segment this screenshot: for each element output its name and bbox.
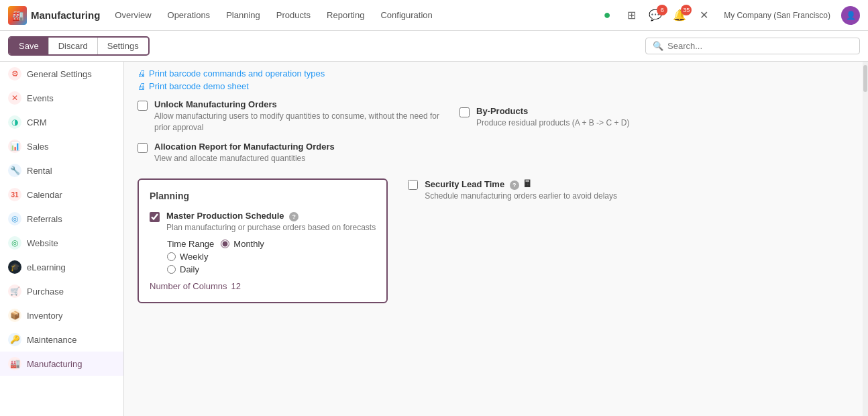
sidebar-label-crm: CRM (27, 117, 47, 127)
company-name: My Company (San Francisco) (724, 11, 830, 20)
time-range-label: Time Range (167, 239, 214, 249)
sidebar-item-referrals[interactable]: ◎ Referrals (0, 207, 123, 231)
sidebar-label-manufacturing: Manufacturing (27, 359, 82, 369)
security-option-block: Security Lead Time ? 🖩 Schedule manufact… (408, 178, 617, 201)
save-button[interactable]: Save (9, 38, 48, 54)
mps-checkbox-wrapper[interactable] (150, 212, 160, 224)
events-icon: ✕ (8, 91, 21, 105)
sidebar-label-referrals: Referrals (27, 214, 62, 224)
notification-icon[interactable]: 🔔 35 (670, 6, 689, 25)
apps-grid-icon[interactable]: ⊞ (622, 6, 641, 25)
chat-icon[interactable]: 💬 6 (646, 6, 665, 25)
discard-button[interactable]: Discard (48, 38, 98, 54)
referrals-icon: ◎ (8, 212, 21, 225)
sidebar-item-purchase[interactable]: 🛒 Purchase (0, 279, 123, 303)
allocation-option: Allocation Report for Manufacturing Orde… (138, 142, 849, 164)
notification-badge: 35 (681, 5, 692, 15)
unlock-title: Unlock Manufacturing Orders (154, 99, 446, 109)
toolbar-action-group: Save Discard Settings (8, 36, 150, 56)
mps-option: Master Production Schedule ? Plan manufa… (150, 211, 376, 232)
logo-icon: 🏭 (8, 6, 27, 25)
elearning-icon: 🎓 (8, 260, 21, 274)
num-columns-label: Number of Columns (150, 281, 227, 291)
planning-section: Planning Master Production Schedule ? (138, 178, 388, 303)
avatar[interactable]: 👤 (841, 6, 860, 25)
nav-products[interactable]: Products (270, 7, 317, 23)
radio-daily[interactable]: Daily (167, 264, 376, 274)
sidebar-item-rental[interactable]: 🔧 Rental (0, 158, 123, 183)
app-logo: 🏭 Manufacturing (8, 6, 100, 25)
byproducts-option-text: By-Products Produce residual products (A… (476, 106, 629, 129)
nav-overview[interactable]: Overview (108, 7, 158, 23)
sidebar-label-maintenance: Maintenance (27, 335, 76, 345)
sidebar-item-sales[interactable]: 📊 Sales (0, 134, 123, 158)
mps-help-icon[interactable]: ? (289, 212, 299, 221)
nav-operations[interactable]: Operations (161, 7, 217, 23)
barcode-link-1[interactable]: 🖨 Print barcode commands and operation t… (138, 68, 849, 79)
calculator-icon[interactable]: 🖩 (523, 178, 532, 189)
unlock-checkbox[interactable] (138, 101, 148, 111)
byproducts-title: By-Products (476, 106, 629, 116)
nav-reporting[interactable]: Reporting (320, 7, 371, 23)
radio-daily-input[interactable] (167, 265, 176, 274)
allocation-desc: View and allocate manufactured quantitie… (154, 153, 335, 164)
num-columns-value: 12 (231, 281, 241, 291)
unlock-option: Unlock Manufacturing Orders Allow manufa… (138, 99, 446, 134)
radio-monthly[interactable]: Monthly (221, 239, 264, 249)
sidebar-item-events[interactable]: ✕ Events (0, 86, 123, 110)
scrollbar-thumb[interactable] (863, 65, 867, 92)
allocation-checkbox[interactable] (138, 143, 148, 153)
security-checkbox-wrapper[interactable] (408, 180, 418, 192)
security-help-icon[interactable]: ? (510, 180, 519, 190)
sidebar-item-website[interactable]: ◎ Website (0, 231, 123, 255)
sales-icon: 📊 (8, 140, 21, 153)
status-dot-icon: ● (598, 6, 616, 25)
security-checkbox[interactable] (408, 180, 418, 190)
settings-button[interactable]: Settings (98, 38, 148, 54)
sidebar: ⚙ General Settings ✕ Events ◑ CRM 📊 Sale… (0, 62, 124, 416)
radio-weekly[interactable]: Weekly (167, 252, 376, 262)
barcode-link-2[interactable]: 🖨 Print barcode demo sheet (138, 81, 849, 91)
scrollbar-track[interactable] (863, 62, 868, 416)
sidebar-label-inventory: Inventory (27, 311, 62, 321)
top-nav: 🏭 Manufacturing Overview Operations Plan… (0, 0, 868, 31)
sidebar-item-manufacturing[interactable]: 🏭 Manufacturing (0, 352, 123, 376)
allocation-checkbox-wrapper[interactable] (138, 143, 148, 155)
calendar-icon: 31 (8, 188, 21, 201)
sidebar-label-website: Website (27, 238, 58, 248)
byproducts-checkbox[interactable] (459, 107, 470, 117)
sidebar-item-calendar[interactable]: 31 Calendar (0, 183, 123, 207)
byproducts-checkbox-wrapper[interactable] (459, 107, 470, 119)
sidebar-item-maintenance[interactable]: 🔑 Maintenance (0, 327, 123, 352)
unlock-option-text: Unlock Manufacturing Orders Allow manufa… (154, 99, 446, 134)
radio-weekly-label: Weekly (180, 252, 208, 262)
unlock-checkbox-wrapper[interactable] (138, 101, 148, 113)
radio-weekly-input[interactable] (167, 252, 176, 261)
nav-planning[interactable]: Planning (219, 7, 267, 23)
sidebar-label-calendar: Calendar (27, 190, 62, 200)
planning-section-wrapper: Planning Master Production Schedule ? (138, 172, 388, 310)
sidebar-label-general-settings: General Settings (27, 69, 92, 79)
radio-daily-label: Daily (180, 264, 199, 274)
sidebar-item-elearning[interactable]: 🎓 eLearning (0, 255, 123, 279)
planning-title: Planning (150, 191, 376, 201)
num-columns-row: Number of Columns 12 (150, 281, 376, 291)
radio-monthly-input[interactable] (221, 240, 229, 248)
sidebar-item-crm[interactable]: ◑ CRM (0, 110, 123, 134)
content-inner: 🖨 Print barcode commands and operation t… (124, 62, 863, 323)
mps-checkbox[interactable] (150, 212, 160, 222)
main-layout: ⚙ General Settings ✕ Events ◑ CRM 📊 Sale… (0, 62, 868, 416)
nav-configuration[interactable]: Configuration (374, 7, 439, 23)
search-box: 🔍 (645, 38, 860, 54)
sidebar-item-inventory[interactable]: 📦 Inventory (0, 303, 123, 327)
mps-title: Master Production Schedule ? (166, 211, 376, 221)
unlock-option-block: Unlock Manufacturing Orders Allow manufa… (138, 99, 446, 134)
sidebar-item-general-settings[interactable]: ⚙ General Settings (0, 62, 123, 86)
mps-text: Master Production Schedule ? Plan manufa… (166, 211, 376, 232)
byproducts-option-block: By-Products Produce residual products (A… (459, 106, 849, 129)
close-icon[interactable]: ✕ (694, 6, 713, 25)
maintenance-icon: 🔑 (8, 333, 21, 346)
planning-row: Planning Master Production Schedule ? (138, 172, 849, 310)
search-input[interactable] (667, 41, 853, 51)
security-lead-time-section: Security Lead Time ? 🖩 Schedule manufact… (388, 172, 617, 310)
